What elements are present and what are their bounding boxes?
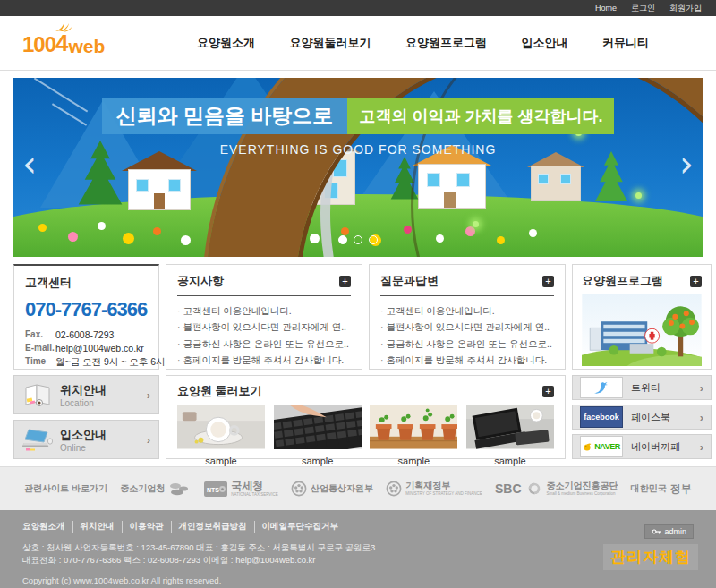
quick-link-admission[interactable]: 입소안내 Online ›: [13, 420, 159, 459]
twitter-logo-box: [580, 377, 623, 398]
fax-value: 02-6008-7293: [55, 329, 114, 340]
qna-box: 질문과답변 + 고객센터 이용안내입니다. 불편사항이 있으시다면 관리자에게 …: [369, 264, 566, 370]
gallery-caption: sample: [177, 456, 265, 466]
footer-link-about[interactable]: 요양원소개: [22, 521, 73, 533]
topbar-link-signup[interactable]: 회원가입: [669, 3, 702, 14]
qna-item[interactable]: 고객센터 이용안내입니다.: [380, 303, 554, 319]
partner-smba[interactable]: 중소기업청: [120, 481, 192, 497]
hero-titles: 신뢰와 믿음을 바탕으로 고객의 이익과 가치를 생각합니다.: [13, 98, 703, 134]
gallery-box: 요양원 둘러보기 + sample: [166, 375, 566, 459]
quick-link-subtitle: Location: [60, 398, 147, 408]
gallery-item-plants[interactable]: sample: [370, 405, 457, 466]
hero-title-green: 고객의 이익과 가치를 생각합니다.: [347, 98, 614, 134]
customer-center-fax-row: Fax. 02-6008-7293: [25, 329, 148, 340]
carousel-prev-arrow[interactable]: ‹: [22, 148, 37, 180]
quick-link-subtitle: Online: [60, 443, 147, 453]
social-links-column: 트위터 › facebook 페이스북 › NAVER 네이버까페 ›: [572, 375, 712, 459]
partner-name: 기획재정부: [405, 481, 482, 490]
footer-link-location[interactable]: 위치안내: [73, 521, 123, 533]
program-box[interactable]: 요양원프로그램 +: [572, 264, 712, 370]
gallery-item-keyboard[interactable]: sample: [274, 405, 362, 466]
main-nav: 요양원소개 요양원둘러보기 요양원프로그램 입소안내 커뮤니티: [157, 35, 694, 51]
notice-item[interactable]: 홈페이지를 방문해 주셔서 감사합니다.: [177, 352, 351, 368]
time-label: Time: [25, 356, 55, 369]
chevron-right-icon: ›: [700, 411, 703, 424]
gallery-item-laptop[interactable]: sample: [466, 405, 554, 466]
customer-center-phone: 070-7767-6366: [25, 298, 148, 321]
partner-motie[interactable]: 산업통상자원부: [291, 481, 373, 497]
naver-logo-text: NAVER: [594, 442, 619, 451]
hero-title-blue: 신뢰와 믿음을 바탕으로: [102, 98, 348, 134]
carousel-dot[interactable]: [338, 235, 347, 244]
admin-login-button[interactable]: admin: [644, 524, 694, 539]
quick-link-title: 위치안내: [60, 382, 147, 398]
footer-copyright: Copyright (c) www.1004web.co.kr All righ…: [22, 575, 694, 585]
partner-sites-heading[interactable]: 관련사이트 바로가기: [24, 482, 107, 495]
thumbnail-laptop: [466, 405, 554, 449]
email-value: help@1004web.co.kr: [55, 343, 144, 354]
nts-logo-icon: NTS: [204, 481, 227, 497]
hero-subtitle: EVERYTHING IS GOOD FOR SOMETHING: [13, 142, 703, 157]
qna-item[interactable]: 궁금하신 사항은 온라인 또는 유선으로..: [380, 336, 554, 352]
qna-item[interactable]: 불편사항이 있으시다면 관리자에게 연..: [380, 319, 554, 335]
qna-header: 질문과답변 +: [380, 273, 554, 296]
social-twitter[interactable]: 트위터 ›: [572, 375, 712, 400]
footer-link-terms[interactable]: 이용약관: [123, 521, 172, 533]
carousel-dot[interactable]: [354, 235, 362, 244]
customer-center-email-row: E-mail. help@1004web.co.kr: [25, 343, 148, 354]
chevron-right-icon: ›: [147, 388, 150, 402]
partner-korea-gov[interactable]: 대한민국 정부: [631, 481, 692, 497]
qna-more-button[interactable]: +: [542, 276, 554, 287]
chevron-right-icon: ›: [700, 381, 703, 395]
partner-name: 국세청: [231, 481, 278, 491]
footer-link-privacy[interactable]: 개인정보취급방침: [172, 521, 255, 533]
thumbnail-plants: [370, 405, 457, 449]
nav-item-program[interactable]: 요양원프로그램: [405, 35, 487, 51]
logo-wing-icon: [54, 20, 73, 32]
svg-text:NTS: NTS: [207, 487, 219, 493]
partner-subtext: Small & medium Business Corporation: [547, 492, 618, 497]
topbar-link-login[interactable]: 로그인: [631, 3, 655, 14]
social-facebook[interactable]: facebook 페이스북 ›: [572, 405, 712, 430]
notice-item[interactable]: 궁금하신 사항은 온라인 또는 유선으로..: [177, 336, 351, 352]
site-logo[interactable]: 100 4 web: [22, 30, 157, 57]
notice-more-button[interactable]: +: [339, 276, 351, 287]
gallery-caption: sample: [370, 456, 457, 466]
footer-link-email-policy[interactable]: 이메일무단수집거부: [255, 521, 346, 533]
carousel-next-arrow[interactable]: ›: [679, 148, 694, 180]
stones-logo-icon: [168, 481, 192, 497]
partner-mosf[interactable]: 기획재정부 MINISTRY OF STRATEGY AND FINANCE: [386, 481, 482, 497]
fax-label: Fax.: [25, 329, 55, 340]
partner-nts[interactable]: NTS 국세청 NATIONAL TAX SERVICE: [204, 481, 278, 498]
time-value: 월~금 오전 9시 ~ 오후 6시: [55, 356, 166, 369]
nav-item-community[interactable]: 커뮤니티: [602, 35, 649, 51]
email-label: E-mail.: [25, 343, 55, 354]
glow-dot: [473, 221, 479, 227]
laptop-icon: [22, 428, 53, 451]
partner-sbc[interactable]: SBC 중소기업진흥공단 Small & medium Business Cor…: [495, 481, 618, 497]
partner-name: 중소기업진흥공단: [547, 481, 618, 490]
program-title: 요양원프로그램: [582, 273, 663, 289]
thumbnail-keyboard: [274, 405, 362, 449]
notice-item[interactable]: 불편사항이 있으시다면 관리자에게 연..: [177, 319, 351, 335]
quick-link-location[interactable]: 위치안내 Location ›: [13, 375, 159, 414]
thumbnail-coffee: [177, 405, 265, 449]
notice-item[interactable]: 고객센터 이용안내입니다.: [177, 303, 351, 319]
gallery-header: 요양원 둘러보기 +: [177, 383, 554, 399]
nav-item-tour[interactable]: 요양원둘러보기: [290, 35, 371, 51]
admin-demo-button[interactable]: 관리자체험: [603, 544, 698, 570]
gallery-item-coffee[interactable]: sample: [177, 405, 265, 466]
customer-center-box: 고객센터 070-7767-6366 Fax. 02-6008-7293 E-m…: [13, 264, 159, 370]
gallery-more-button[interactable]: +: [542, 386, 554, 397]
nav-item-admission[interactable]: 입소안내: [522, 35, 568, 51]
notice-title: 공지사항: [177, 273, 224, 289]
partner-name: 관련사이트 바로가기: [24, 482, 107, 495]
carousel-dot[interactable]: [369, 235, 378, 244]
topbar-link-home[interactable]: Home: [595, 4, 617, 13]
qna-title: 질문과답변: [380, 273, 439, 289]
naver-logo-box: NAVER: [580, 436, 623, 457]
nav-item-about[interactable]: 요양원소개: [197, 35, 255, 51]
program-more-button[interactable]: +: [690, 276, 702, 287]
social-naver-cafe[interactable]: NAVER 네이버까페 ›: [572, 434, 712, 459]
qna-item[interactable]: 홈페이지를 방문해 주셔서 감사합니다.: [380, 352, 554, 368]
